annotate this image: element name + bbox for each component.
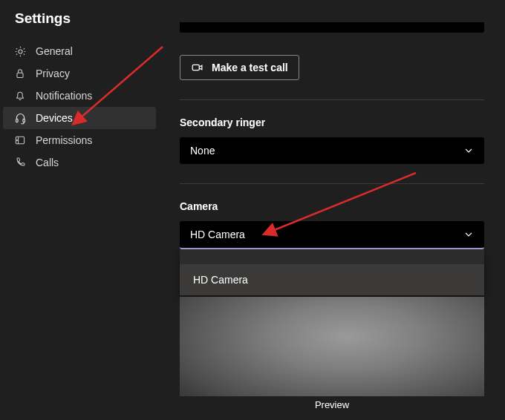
headset-icon bbox=[13, 111, 27, 125]
svg-rect-6 bbox=[192, 65, 199, 70]
content-area: Make a test call Secondary ringer None C… bbox=[180, 22, 492, 410]
secondary-ringer-label: Secondary ringer bbox=[180, 117, 492, 128]
sidebar-item-label: Permissions bbox=[36, 134, 92, 146]
section-divider bbox=[180, 183, 484, 184]
sidebar-item-label: Privacy bbox=[36, 68, 70, 79]
camera-dropdown: HD Camera bbox=[180, 249, 484, 295]
sidebar-item-privacy[interactable]: Privacy bbox=[3, 62, 156, 85]
camera-select[interactable]: HD Camera bbox=[180, 221, 484, 249]
sidebar-item-label: Calls bbox=[36, 157, 59, 168]
section-divider bbox=[180, 99, 484, 100]
chevron-down-icon bbox=[463, 145, 474, 156]
sidebar-item-devices[interactable]: Devices bbox=[3, 107, 156, 129]
select-value: None bbox=[190, 145, 215, 157]
sidebar-item-permissions[interactable]: Permissions bbox=[3, 129, 156, 151]
camera-option-hd[interactable]: HD Camera bbox=[180, 264, 484, 295]
bell-icon bbox=[13, 89, 27, 102]
button-label: Make a test call bbox=[212, 62, 288, 73]
lock-icon bbox=[13, 67, 27, 80]
chevron-down-icon bbox=[463, 229, 474, 240]
key-icon bbox=[13, 134, 27, 147]
sidebar-item-label: Notifications bbox=[36, 90, 92, 102]
gear-icon bbox=[13, 45, 27, 58]
sidebar-item-label: Devices bbox=[36, 112, 73, 124]
camera-preview-label: Preview bbox=[180, 396, 484, 410]
secondary-ringer-select[interactable]: None bbox=[180, 137, 484, 164]
sidebar-item-notifications[interactable]: Notifications bbox=[3, 85, 156, 107]
svg-rect-2 bbox=[16, 119, 18, 122]
dropdown-spacer bbox=[180, 249, 484, 264]
sidebar-item-label: General bbox=[36, 45, 73, 57]
sidebar-item-calls[interactable]: Calls bbox=[3, 151, 156, 174]
svg-point-0 bbox=[18, 49, 22, 53]
secondary-ringer-section: Secondary ringer None bbox=[180, 117, 492, 164]
camera-section: Camera HD Camera HD Camera Preview bbox=[180, 200, 492, 410]
camera-label: Camera bbox=[180, 200, 492, 212]
sidebar-item-general[interactable]: General bbox=[3, 40, 156, 62]
sidebar: General Privacy Notifications Devices Pe… bbox=[3, 40, 156, 174]
option-label: HD Camera bbox=[193, 274, 248, 286]
svg-rect-1 bbox=[17, 73, 23, 77]
phone-icon bbox=[13, 156, 27, 169]
svg-point-5 bbox=[17, 140, 18, 141]
select-value: HD Camera bbox=[190, 229, 245, 240]
camera-preview bbox=[180, 297, 484, 396]
cut-off-select[interactable] bbox=[180, 22, 484, 33]
svg-rect-3 bbox=[22, 119, 25, 122]
make-test-call-button[interactable]: Make a test call bbox=[180, 55, 299, 80]
video-call-icon bbox=[191, 61, 204, 74]
